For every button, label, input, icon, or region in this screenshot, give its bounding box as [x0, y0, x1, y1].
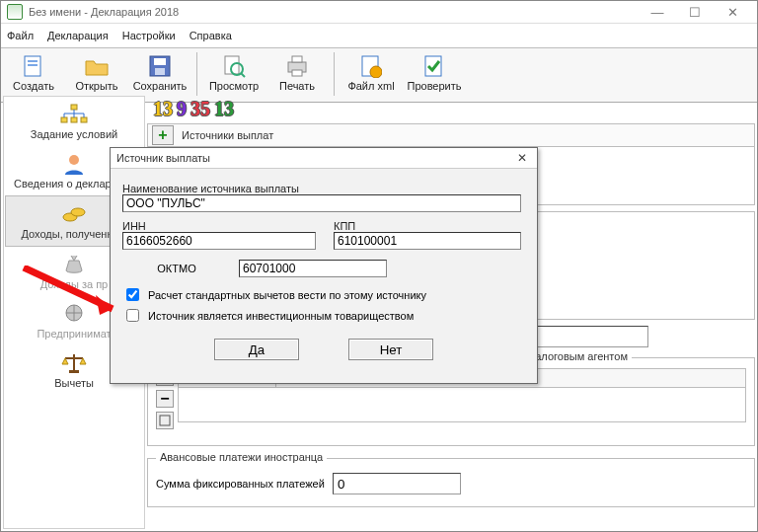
dialog-yes-button[interactable]: Да — [214, 339, 299, 360]
inn-input[interactable] — [122, 232, 316, 250]
svg-rect-15 — [71, 105, 77, 110]
svg-rect-10 — [292, 56, 302, 62]
menu-declaration[interactable]: Декларация — [47, 30, 109, 41]
deduction-remove[interactable]: − — [156, 390, 174, 408]
file-new-icon — [21, 53, 46, 79]
source-name-input[interactable] — [122, 194, 521, 212]
checkbox-invest-input[interactable] — [126, 309, 139, 322]
dialog-no-button[interactable]: Нет — [348, 339, 433, 360]
sidebar-item-conditions[interactable]: Задание условий — [4, 97, 144, 146]
checkbox-invest[interactable]: Источник является инвестиционным товарищ… — [122, 306, 525, 325]
menu-file[interactable]: Файл — [7, 30, 34, 41]
preview-icon — [221, 53, 247, 79]
print-icon — [284, 53, 310, 79]
add-source-button[interactable]: + — [152, 125, 174, 145]
svg-line-8 — [241, 73, 245, 77]
rate-13b[interactable]: 13 — [214, 98, 234, 120]
minimize-button[interactable]: ― — [639, 2, 676, 22]
toolbar-xml[interactable]: Файл xml — [341, 50, 402, 102]
svg-rect-1 — [28, 60, 38, 62]
tree-icon — [60, 103, 88, 126]
oktmo-input[interactable] — [239, 260, 387, 277]
advance-label: Сумма фиксированных платежей — [156, 478, 325, 490]
tax-rate-tabs: 13 9 35 13 — [147, 96, 755, 121]
svg-rect-25 — [69, 370, 79, 373]
toolbar-check[interactable]: Проверить — [404, 50, 465, 102]
advance-value[interactable] — [333, 473, 461, 494]
check-icon — [421, 53, 447, 79]
close-button[interactable]: ✕ — [714, 2, 751, 22]
toolbar-open[interactable]: Открыть — [66, 50, 127, 102]
folder-open-icon — [84, 53, 110, 79]
plus-icon: + — [158, 128, 167, 142]
toolbar-print[interactable]: Печать — [266, 50, 328, 102]
svg-rect-26 — [160, 416, 170, 425]
checkbox-std-deduct[interactable]: Расчет стандартных вычетов вести по этом… — [122, 285, 525, 304]
title-bar: Без имени - Декларация 2018 ― ☐ ✕ — [1, 1, 757, 24]
source-dialog: Источник выплаты ✕ Наименование источник… — [110, 147, 538, 384]
svg-rect-2 — [28, 64, 38, 66]
sources-label: Источники выплат — [182, 129, 273, 141]
rate-13[interactable]: 13 — [153, 98, 173, 120]
toolbar-preview[interactable]: Просмотр — [203, 50, 265, 102]
menu-settings[interactable]: Настройки — [122, 30, 176, 41]
svg-rect-11 — [292, 70, 302, 76]
rate-35[interactable]: 35 — [190, 98, 210, 120]
window-title: Без имени - Декларация 2018 — [29, 6, 179, 18]
svg-rect-14 — [425, 56, 441, 76]
toolbar: Создать Открыть Сохранить Просмотр Печат… — [1, 48, 757, 103]
advance-group: Авансовые платежи иностранца Сумма фикси… — [147, 458, 755, 507]
kpp-input[interactable] — [334, 232, 521, 250]
svg-rect-16 — [61, 117, 67, 122]
sources-bar: + Источники выплат — [147, 123, 755, 147]
oktmo-label: ОКТМО — [122, 263, 231, 274]
toolbar-save[interactable]: Сохранить — [129, 50, 190, 102]
svg-rect-5 — [155, 68, 165, 75]
dialog-title-bar[interactable]: Источник выплаты ✕ — [111, 148, 537, 169]
menu-help[interactable]: Справка — [190, 30, 232, 41]
svg-rect-17 — [71, 117, 77, 122]
svg-point-13 — [370, 66, 382, 78]
svg-rect-4 — [154, 58, 166, 65]
source-name-label: Наименование источника выплаты — [122, 183, 525, 194]
checkbox-std-deduct-input[interactable] — [126, 288, 139, 301]
save-icon — [147, 53, 173, 79]
kpp-label: КПП — [334, 220, 525, 232]
maximize-button[interactable]: ☐ — [676, 2, 714, 22]
svg-point-21 — [71, 208, 85, 216]
deductions-table[interactable] — [178, 388, 746, 422]
inn-label: ИНН — [122, 220, 316, 232]
dialog-title: Источник выплаты — [116, 152, 210, 164]
rate-9[interactable]: 9 — [177, 98, 187, 120]
scale-icon — [60, 351, 88, 375]
person-icon — [60, 152, 88, 176]
coins-icon — [60, 202, 88, 226]
annotation-arrow — [19, 266, 127, 325]
svg-point-19 — [69, 155, 79, 165]
toolbar-create[interactable]: Создать — [3, 50, 64, 102]
app-icon — [7, 4, 23, 20]
edit-icon — [159, 415, 171, 426]
dialog-close-button[interactable]: ✕ — [513, 150, 531, 166]
minus-icon: − — [160, 394, 169, 404]
deduction-edit[interactable] — [156, 412, 174, 429]
xml-file-icon — [358, 53, 384, 79]
svg-rect-18 — [81, 117, 87, 122]
menu-bar: Файл Декларация Настройки Справка — [1, 24, 757, 48]
